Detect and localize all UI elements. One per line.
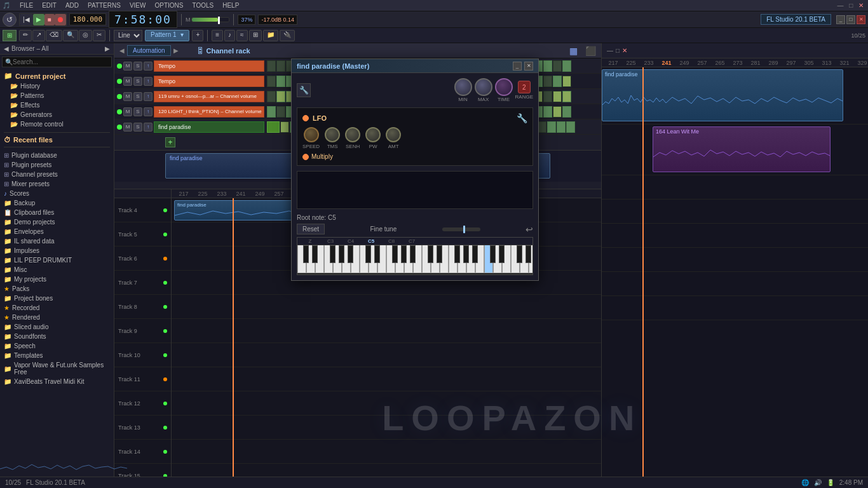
nav-arrow-left[interactable]: ◀	[119, 47, 125, 54]
undo-btn[interactable]: ↺	[3, 13, 17, 27]
arr-track-12[interactable]	[172, 391, 601, 416]
ch-name-1[interactable]: Tempo	[154, 60, 264, 72]
sidebar-item-scores[interactable]: ♪ Scores	[0, 189, 114, 198]
step-2-29[interactable]	[543, 76, 552, 87]
nav-arrow-right[interactable]: ▶	[173, 47, 179, 54]
sidebar-item-sliced-audio[interactable]: 📁 Sliced audio	[0, 322, 114, 332]
fp-knob-min[interactable]	[454, 78, 472, 96]
sidebar-item-demo-projects[interactable]: 📁 Demo projects	[0, 217, 114, 227]
arr-track-empty-5[interactable]	[602, 272, 868, 296]
fp-lfo-wrench[interactable]: 🔧	[517, 113, 527, 123]
fp-knob-max[interactable]	[475, 78, 492, 96]
sidebar-item-clipboard-files[interactable]: 📋 Clipboard files	[0, 208, 114, 217]
record-btn[interactable]	[55, 14, 66, 25]
draw-tool[interactable]: ✏	[19, 30, 32, 41]
fp-multiply-radio[interactable]	[302, 154, 309, 160]
stop-btn[interactable]: ■	[44, 14, 55, 25]
piano-white-key-C4[interactable]	[422, 245, 431, 273]
line-mode-select[interactable]: Line	[114, 30, 142, 41]
arr-track-13[interactable]	[172, 416, 601, 440]
step-5-0[interactable]	[280, 121, 289, 133]
step-4-1[interactable]	[276, 106, 285, 118]
piano-white-key-C2[interactable]	[297, 245, 306, 273]
piano-white-key-D3[interactable]	[369, 245, 377, 273]
ch-led-2[interactable]	[117, 79, 122, 84]
ch-name-3[interactable]: 119 umru + osnol—p...ar – Channel volume	[154, 91, 264, 102]
piano-white-key-D5[interactable]	[493, 245, 502, 273]
slice-tool[interactable]: ✂	[93, 30, 105, 41]
arr-track-15[interactable]	[172, 464, 601, 477]
sidebar-item-recorded[interactable]: ★ Recorded	[0, 303, 114, 313]
piano-roll-btn[interactable]: ♪	[224, 30, 235, 41]
sidebar-item-my-projects[interactable]: 📁 My projects	[0, 274, 114, 284]
back-to-start-btn[interactable]: |◀	[20, 14, 33, 25]
arr-track-8[interactable]	[172, 295, 601, 319]
arr-track-empty-2[interactable]	[602, 200, 868, 224]
plugin-picker-btn[interactable]: 🔌	[280, 30, 295, 41]
add-channel-btn[interactable]: +	[165, 137, 175, 147]
fp-knob-time[interactable]	[495, 78, 513, 96]
ch-mute-5[interactable]: M	[123, 123, 132, 132]
ch-name-5[interactable]: find paradise	[154, 121, 264, 133]
menu-add[interactable]: ADD	[64, 2, 81, 9]
sidebar-item-history[interactable]: 📂 History	[0, 81, 114, 91]
piano-white-key-A4[interactable]	[466, 245, 475, 273]
sidebar-item-impulses[interactable]: 📁 Impulses	[0, 246, 114, 255]
sidebar-item-rendered[interactable]: ★ Rendered	[0, 313, 114, 322]
arr-track-empty-1[interactable]	[602, 175, 868, 200]
fp-reset-btn[interactable]: Reset	[297, 224, 325, 234]
piano-white-key-D4[interactable]	[431, 245, 440, 273]
ch-up-3[interactable]: ↑	[144, 92, 153, 101]
close-btn[interactable]: ✕	[858, 2, 864, 9]
search-input[interactable]	[13, 58, 109, 65]
sidebar-item-mixer-presets[interactable]: ⊞ Mixer presets	[0, 179, 114, 189]
step-1-30[interactable]	[553, 60, 562, 72]
sidebar-item-packs[interactable]: ★ Packs	[0, 284, 114, 294]
menu-tools[interactable]: TOOLS	[190, 2, 215, 9]
fp-lfo-knob-pw[interactable]	[365, 127, 381, 142]
right-panel-minimize[interactable]: —	[607, 47, 613, 54]
sidebar-item-speech[interactable]: 📁 Speech	[0, 341, 114, 351]
ch-up-2[interactable]: ↑	[144, 77, 153, 86]
channel-rack-meter-btn[interactable]: ▦	[569, 46, 578, 56]
piano-white-key-G5[interactable]	[520, 245, 529, 273]
sidebar-item-channel-presets[interactable]: ⊞ Channel presets	[0, 170, 114, 179]
ch-solo-4[interactable]: S	[133, 107, 142, 116]
arr-track-empty-3[interactable]	[602, 224, 868, 248]
ch-mute-4[interactable]: M	[123, 107, 132, 116]
minimize-btn[interactable]: —	[837, 2, 843, 9]
select-tool[interactable]: ↗	[32, 30, 45, 41]
arr-track-10[interactable]	[172, 343, 601, 367]
fp-minimize-btn[interactable]: _	[513, 62, 522, 71]
step-4-29[interactable]	[543, 106, 552, 118]
arr-track-14[interactable]	[172, 440, 601, 464]
ch-led-3[interactable]	[117, 94, 122, 99]
menu-help[interactable]: HELP	[220, 2, 241, 9]
piano-white-key-A3[interactable]	[404, 245, 413, 273]
fp-knob-range-btn[interactable]: 2	[518, 81, 531, 93]
fl-minimize-btn[interactable]: _	[836, 15, 845, 24]
right-panel-maximize[interactable]: □	[616, 47, 620, 54]
step-4-30[interactable]	[553, 106, 562, 118]
maximize-btn[interactable]: □	[849, 2, 853, 9]
step-1-0[interactable]	[267, 60, 276, 72]
browser-btn[interactable]: 📁	[263, 30, 278, 41]
sidebar-item-lil-peep[interactable]: 📁 LIL PEEP DRUMKIT	[0, 255, 114, 265]
sidebar-item-plugin-presets[interactable]: ⊞ Plugin presets	[0, 160, 114, 170]
step-2-31[interactable]	[562, 76, 571, 87]
piano-white-key-F3[interactable]	[386, 245, 395, 273]
ch-pattern-indicator-5[interactable]	[267, 121, 280, 133]
step-1-31[interactable]	[562, 60, 571, 72]
ch-up-1[interactable]: ↑	[144, 62, 153, 71]
piano-white-key-B2[interactable]	[351, 245, 360, 273]
fp-automation-area[interactable]	[297, 171, 533, 209]
channel-rack-collapse-btn[interactable]: ⬛	[585, 46, 596, 56]
event-editor-btn[interactable]: ≈	[236, 30, 248, 41]
snap-btn[interactable]: ⊞	[3, 30, 17, 41]
piano-white-key-D2[interactable]	[306, 245, 315, 273]
menu-view[interactable]: VIEW	[128, 2, 148, 9]
ch-mute-2[interactable]: M	[123, 77, 132, 86]
piano-white-key-B4[interactable]	[475, 245, 484, 273]
ch-name-2[interactable]: Tempo	[154, 76, 264, 87]
fl-close-btn[interactable]: ✕	[857, 15, 865, 24]
